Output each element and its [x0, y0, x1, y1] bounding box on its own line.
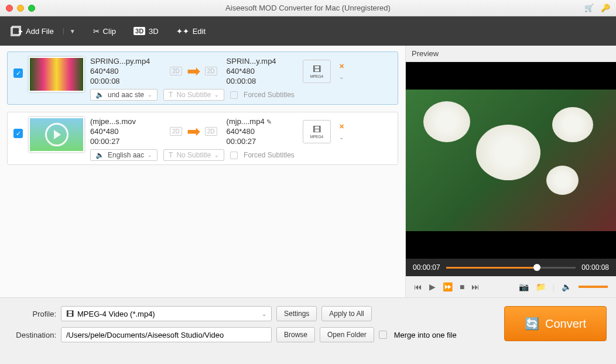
- target-duration: 00:00:08: [227, 77, 297, 85]
- fast-forward-button[interactable]: ⏩: [443, 282, 453, 291]
- stop-button[interactable]: ■: [460, 282, 464, 291]
- forced-subtitles-label: Forced Subtitles: [244, 151, 295, 159]
- target-resolution: 640*480: [227, 127, 297, 136]
- profile-label: Profile:: [9, 310, 56, 318]
- arrow-icon: ➡: [187, 61, 200, 81]
- source-filename: SPRING...py.mp4: [90, 57, 160, 66]
- row-checkbox[interactable]: ✓: [13, 129, 23, 138]
- target-resolution: 640*480: [227, 67, 297, 75]
- apply-to-all-button[interactable]: Apply to All: [321, 306, 371, 321]
- forced-subtitles-label: Forced Subtitles: [244, 91, 295, 99]
- audio-track-value: English aac: [108, 151, 144, 159]
- preview-panel: Preview 00:00:07 00:00:08 ⏮ ▶ ⏩ ■ ⏭ 📷 📁: [405, 46, 616, 297]
- output-format-button[interactable]: 🎞MPEG4: [303, 120, 331, 143]
- source-resolution: 640*480: [90, 67, 160, 75]
- arrow-icon: ➡: [187, 122, 200, 141]
- merge-checkbox[interactable]: [379, 331, 387, 339]
- source-duration: 00:00:08: [90, 77, 160, 85]
- volume-slider[interactable]: [579, 286, 608, 288]
- toolbar: Add File ▼ ✂ Clip 3D 3D ✦✦ Edit: [0, 16, 616, 46]
- add-file-dropdown[interactable]: ▼: [63, 28, 76, 35]
- add-file-label: Add File: [26, 27, 54, 36]
- edit-filename-button[interactable]: ✎: [266, 118, 272, 125]
- cart-icon[interactable]: 🛒: [584, 4, 594, 12]
- expand-row-button[interactable]: ⌄: [339, 74, 344, 80]
- volume-icon[interactable]: 🔈: [562, 282, 571, 291]
- 3d-label: 3D: [149, 27, 159, 36]
- play-overlay-icon: [45, 123, 69, 146]
- total-time: 00:00:08: [581, 263, 609, 272]
- video-thumbnail[interactable]: [29, 117, 84, 152]
- chevron-down-icon: ⌄: [262, 311, 266, 317]
- current-time: 00:00:07: [413, 263, 440, 272]
- preview-video[interactable]: [406, 62, 616, 259]
- film-icon: 🎞: [313, 64, 321, 74]
- video-thumbnail[interactable]: [29, 57, 84, 92]
- source-resolution: 640*480: [90, 127, 160, 136]
- remove-row-button[interactable]: ✕: [339, 123, 344, 131]
- open-snapshot-folder-button[interactable]: 📁: [536, 282, 546, 291]
- subtitle-icon: T: [169, 91, 173, 99]
- browse-button[interactable]: Browse: [276, 327, 315, 342]
- file-row[interactable]: ✓ SPRING...py.mp4 640*480 00:00:08 2D ➡ …: [7, 51, 398, 105]
- progress-slider[interactable]: [446, 267, 576, 269]
- key-icon[interactable]: 🔑: [601, 4, 610, 12]
- add-file-button[interactable]: Add File ▼: [11, 26, 76, 36]
- audio-track-dropdown[interactable]: 🔈 English aac ⌄: [90, 149, 158, 161]
- forced-subtitles-checkbox[interactable]: [230, 91, 238, 99]
- chevron-down-icon: ⌄: [148, 152, 152, 158]
- target-2d-badge: 2D: [205, 127, 217, 136]
- scissors-icon: ✂: [93, 27, 100, 36]
- target-filename: (mjp....mp4: [227, 117, 265, 126]
- chevron-down-icon: ⌄: [148, 92, 152, 98]
- source-filename: (mjpe...s.mov: [90, 117, 160, 126]
- chevron-down-icon: ⌄: [214, 152, 219, 158]
- destination-value: /Users/pele/Documents/Aiseesoft Studio/V…: [66, 331, 224, 339]
- file-row[interactable]: ✓ (mjpe...s.mov 640*480 00:00:27 2D ➡ 2D: [7, 112, 398, 165]
- expand-row-button[interactable]: ⌄: [339, 134, 344, 140]
- 3d-icon: 3D: [134, 27, 145, 35]
- film-icon: 🎞: [66, 310, 74, 318]
- convert-button[interactable]: 🔄 Convert: [504, 306, 607, 341]
- profile-dropdown[interactable]: 🎞MPEG-4 Video (*.mp4) ⌄: [61, 306, 272, 321]
- play-button[interactable]: ▶: [429, 282, 436, 291]
- 3d-button[interactable]: 3D 3D: [134, 27, 159, 36]
- row-checkbox[interactable]: ✓: [13, 68, 23, 78]
- convert-label: Convert: [545, 317, 586, 331]
- edit-label: Edit: [193, 27, 206, 36]
- traffic-lights: [6, 5, 35, 12]
- zoom-window-button[interactable]: [28, 5, 35, 12]
- subtitle-dropdown[interactable]: T No Subtitle ⌄: [163, 149, 224, 161]
- output-format-button[interactable]: 🎞MPEG4: [303, 60, 331, 83]
- preview-label: Preview: [406, 46, 616, 62]
- source-2d-badge: 2D: [170, 127, 182, 136]
- speaker-icon: 🔈: [95, 151, 104, 159]
- source-duration: 00:00:27: [90, 137, 160, 146]
- next-button[interactable]: ⏭: [471, 282, 480, 291]
- profile-value: MPEG-4 Video (*.mp4): [77, 310, 155, 318]
- snapshot-button[interactable]: 📷: [519, 282, 529, 291]
- convert-icon: 🔄: [525, 317, 539, 331]
- forced-subtitles-checkbox[interactable]: [230, 152, 238, 159]
- target-duration: 00:00:27: [227, 137, 297, 146]
- destination-input[interactable]: /Users/pele/Documents/Aiseesoft Studio/V…: [61, 327, 272, 342]
- remove-row-button[interactable]: ✕: [339, 63, 344, 70]
- edit-button[interactable]: ✦✦ Edit: [176, 27, 206, 36]
- minimize-window-button[interactable]: [17, 5, 24, 12]
- merge-label: Merge into one file: [394, 331, 457, 339]
- subtitle-value: No Subtitle: [176, 151, 211, 159]
- prev-button[interactable]: ⏮: [414, 282, 422, 291]
- add-file-icon: [11, 26, 22, 36]
- player-controls: ⏮ ▶ ⏩ ■ ⏭ 📷 📁 | 🔈: [406, 276, 616, 297]
- open-folder-button[interactable]: Open Folder: [320, 327, 374, 342]
- settings-button[interactable]: Settings: [276, 306, 317, 321]
- source-2d-badge: 2D: [170, 67, 182, 75]
- target-2d-badge: 2D: [205, 67, 217, 75]
- clip-button[interactable]: ✂ Clip: [93, 27, 116, 36]
- film-icon: 🎞: [313, 125, 321, 134]
- audio-track-dropdown[interactable]: 🔈 und aac ste ⌄: [90, 89, 158, 101]
- subtitle-value: No Subtitle: [176, 91, 211, 99]
- subtitle-dropdown[interactable]: T No Subtitle ⌄: [163, 89, 224, 101]
- close-window-button[interactable]: [6, 5, 13, 12]
- time-bar: 00:00:07 00:00:08: [406, 259, 616, 276]
